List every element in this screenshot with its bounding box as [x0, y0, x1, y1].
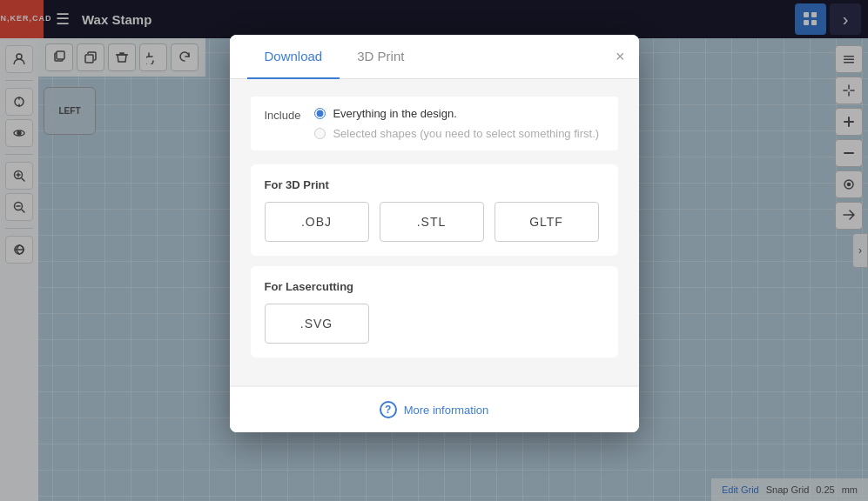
- radio-everything[interactable]: Everything in the design.: [314, 107, 599, 120]
- radio-selected-input[interactable]: [314, 128, 326, 139]
- more-info-label: More information: [404, 404, 489, 417]
- modal-footer: ? More information: [230, 385, 639, 432]
- download-modal: Download 3D Print × Include Everything i…: [230, 35, 639, 432]
- radio-everything-input[interactable]: [314, 108, 326, 119]
- format-buttons-laser: .SVG: [265, 304, 604, 344]
- radio-everything-label: Everything in the design.: [333, 107, 456, 120]
- modal-tabs: Download 3D Print ×: [230, 35, 639, 79]
- radio-options: Everything in the design. Selected shape…: [314, 107, 599, 140]
- tab-download[interactable]: Download: [247, 35, 340, 79]
- tab-3d-print[interactable]: 3D Print: [340, 35, 421, 79]
- modal-body: Include Everything in the design. Select…: [230, 79, 639, 385]
- more-info-row[interactable]: ? More information: [230, 386, 639, 432]
- format-section-3d: For 3D Print .OBJ .STL GLTF: [251, 164, 618, 256]
- stl-button[interactable]: .STL: [380, 202, 484, 242]
- include-label: Include: [265, 107, 301, 122]
- format-section-laser: For Lasercutting .SVG: [251, 266, 618, 357]
- obj-button[interactable]: .OBJ: [265, 202, 369, 242]
- radio-selected[interactable]: Selected shapes (you need to select some…: [314, 127, 599, 140]
- section-laser-title: For Lasercutting: [265, 280, 604, 293]
- section-3d-title: For 3D Print: [265, 178, 604, 191]
- info-circle-icon: ?: [380, 401, 397, 418]
- gltf-button[interactable]: GLTF: [495, 202, 599, 242]
- svg-button[interactable]: .SVG: [265, 304, 369, 344]
- modal-close-button[interactable]: ×: [616, 49, 625, 64]
- include-row: Include Everything in the design. Select…: [251, 97, 618, 150]
- radio-selected-label: Selected shapes (you need to select some…: [333, 127, 599, 140]
- format-buttons-3d: .OBJ .STL GLTF: [265, 202, 604, 242]
